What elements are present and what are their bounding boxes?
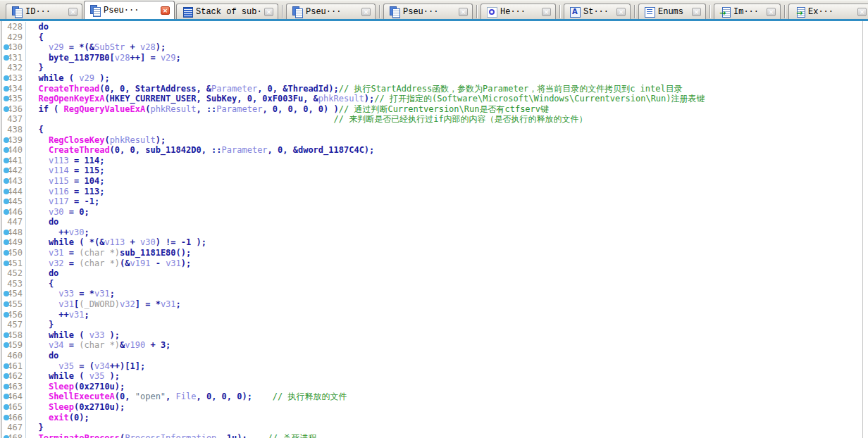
code-line[interactable]: 444 v116 = 113; <box>3 187 862 197</box>
tab-stack-frame[interactable]: Stack of sub···× <box>176 4 278 19</box>
pseudocode-view[interactable]: 428 do429 {430 v29 = *(&SubStr + v28);43… <box>3 21 862 438</box>
code-line[interactable]: 441 v113 = 114; <box>3 156 862 166</box>
breakpoint-dot-icon[interactable] <box>4 404 9 410</box>
code-line[interactable]: 448 ++v30; <box>3 227 862 238</box>
line-number: 462 <box>7 371 23 381</box>
tab-imports[interactable]: Im···× <box>714 4 781 19</box>
code-token: ); <box>156 42 166 52</box>
code-line[interactable]: 455 v31[(_DWORD)v32] = *v31; <box>3 299 862 310</box>
breakpoint-dot-icon[interactable] <box>4 435 9 438</box>
breakpoint-dot-icon[interactable] <box>4 189 9 194</box>
tab-close-icon[interactable]: × <box>264 8 273 16</box>
breakpoint-dot-icon[interactable] <box>4 209 9 215</box>
code-line[interactable]: 467 } <box>3 423 862 433</box>
breakpoint-dot-icon[interactable] <box>4 230 9 235</box>
code-token: (HKEY_CURRENT_USER, SubKey, 0, 0xF003Fu,… <box>104 94 318 104</box>
code-line[interactable]: 437 // 来判断是否已经执行过if内部的内容（是否执行的释放的文件） <box>3 114 862 125</box>
code-line[interactable]: 431 byte_11877B0[v28++] = v29; <box>3 53 862 63</box>
tab-pseudocode[interactable]: Pseu···× <box>383 4 473 19</box>
code-line[interactable]: 468 TerminateProcess(ProcessInformation,… <box>3 433 862 438</box>
code-line[interactable]: 445 v117 = -1; <box>3 196 862 207</box>
code-token: , 0, &dword_1187C4C); <box>268 145 375 155</box>
tab-close-icon[interactable]: × <box>692 8 701 16</box>
code-line[interactable]: 436 if ( RegQueryValueExA(phkResult, ::P… <box>3 104 862 115</box>
tab-close-icon[interactable]: × <box>857 8 867 16</box>
code-line[interactable]: 434 CreateThread(0, 0, StartAddress, &Pa… <box>3 84 862 94</box>
tab-close-icon[interactable]: × <box>68 8 78 16</box>
code-line[interactable]: 435 RegOpenKeyExA(HKEY_CURRENT_USER, Sub… <box>3 94 862 104</box>
line-gutter: 437 <box>3 114 26 125</box>
code-line[interactable]: 456 ++v31; <box>3 310 862 320</box>
code-line[interactable]: 464 ShellExecuteA(0, "open", File, 0, 0,… <box>3 392 862 402</box>
code-line[interactable]: 466 exit(0); <box>3 413 862 423</box>
tab-close-icon[interactable]: × <box>459 8 468 16</box>
code-line[interactable]: 439 RegCloseKey(phkResult); <box>3 135 862 146</box>
code-line[interactable]: 452 do <box>3 268 862 279</box>
breakpoint-dot-icon[interactable] <box>4 158 9 163</box>
code-line[interactable]: 429 { <box>3 32 862 43</box>
code-line[interactable]: 443 v115 = 104; <box>3 176 862 187</box>
breakpoint-dot-icon[interactable] <box>4 137 9 143</box>
breakpoint-dot-icon[interactable] <box>4 261 9 266</box>
code-token: do <box>28 351 58 361</box>
code-text: while ( *(&v113 + v30) != -1 ); <box>26 237 206 248</box>
line-number: 460 <box>7 351 23 361</box>
line-gutter: 433 <box>3 73 26 84</box>
line-gutter: 462 <box>3 371 26 382</box>
tab-close-icon[interactable]: × <box>361 8 371 16</box>
tab-exports[interactable]: Ex···× <box>788 4 868 19</box>
code-line[interactable]: 450 v31 = (char *)sub_1181E80(); <box>3 248 862 258</box>
code-token: v31 <box>69 310 85 320</box>
breakpoint-dot-icon[interactable] <box>4 332 9 338</box>
code-token: ; <box>176 53 181 63</box>
code-line[interactable]: 440 CreateThread(0, 0, sub_11842D0, ::Pa… <box>3 145 862 156</box>
code-line[interactable]: 458 while ( v33 ); <box>3 330 862 341</box>
code-line[interactable]: 465 Sleep(0x2710u); <box>3 402 862 413</box>
tab-close-icon[interactable]: × <box>767 8 776 16</box>
tab-strings[interactable]: St···× <box>564 4 631 19</box>
code-line[interactable]: 451 v32 = (char *)(&v191 - v31); <box>3 258 862 269</box>
code-line[interactable]: 459 v34 = (char *)&v190 + 3; <box>3 340 862 351</box>
breakpoint-dot-icon[interactable] <box>4 178 9 184</box>
code-line[interactable]: 461 v35 = (v34++)[1]; <box>3 361 862 372</box>
breakpoint-dot-icon[interactable] <box>4 86 9 92</box>
code-token: = 113; <box>69 187 105 196</box>
breakpoint-dot-icon[interactable] <box>4 384 9 389</box>
breakpoint-dot-icon[interactable] <box>4 106 9 112</box>
code-line[interactable]: 463 Sleep(0x2710u); <box>3 382 862 392</box>
breakpoint-dot-icon[interactable] <box>4 363 9 369</box>
breakpoint-dot-icon[interactable] <box>4 415 9 420</box>
breakpoint-dot-icon[interactable] <box>4 55 9 61</box>
code-line[interactable]: 453 { <box>3 279 862 289</box>
line-gutter: 466 <box>3 413 26 423</box>
code-line[interactable]: 454 v33 = *v31; <box>3 289 862 299</box>
code-token: = * <box>74 289 94 299</box>
code-line[interactable]: 460 do <box>3 351 862 361</box>
code-line[interactable]: 428 do <box>3 22 862 32</box>
code-line[interactable]: 457 } <box>3 320 862 330</box>
tab-close-icon[interactable]: × <box>161 6 170 15</box>
breakpoint-dot-icon[interactable] <box>4 250 9 256</box>
code-line[interactable]: 462 while ( v35 ); <box>3 371 862 382</box>
breakpoint-dot-icon[interactable] <box>4 312 9 318</box>
code-line[interactable]: 438 { <box>3 125 862 135</box>
breakpoint-dot-icon[interactable] <box>4 301 9 307</box>
line-number: 455 <box>7 299 23 309</box>
code-line[interactable]: 433 while ( v29 ); <box>3 73 862 84</box>
line-number: 446 <box>7 207 23 217</box>
breakpoint-dot-icon[interactable] <box>4 75 9 81</box>
code-line[interactable]: 447 do <box>3 217 862 227</box>
code-line[interactable]: 449 while ( *(&v113 + v30) != -1 ); <box>3 237 862 248</box>
code-line[interactable]: 446 v30 = 0; <box>3 207 862 218</box>
tab-ida-view[interactable]: ID···× <box>6 4 82 19</box>
tab-close-icon[interactable]: × <box>542 8 551 16</box>
code-token: v29 <box>161 53 176 63</box>
code-line[interactable]: 430 v29 = *(&SubStr + v28); <box>3 42 862 53</box>
tab-pseudocode[interactable]: Pseu···× <box>286 4 376 19</box>
tab-pseudocode[interactable]: Pseu···× <box>84 1 175 19</box>
tab-hex-view[interactable]: He···× <box>480 4 556 19</box>
tab-close-icon[interactable]: × <box>616 8 626 16</box>
code-line[interactable]: 442 v114 = 115; <box>3 165 862 176</box>
code-line[interactable]: 432 } <box>3 63 862 73</box>
tab-enums[interactable]: Enums× <box>638 4 706 19</box>
